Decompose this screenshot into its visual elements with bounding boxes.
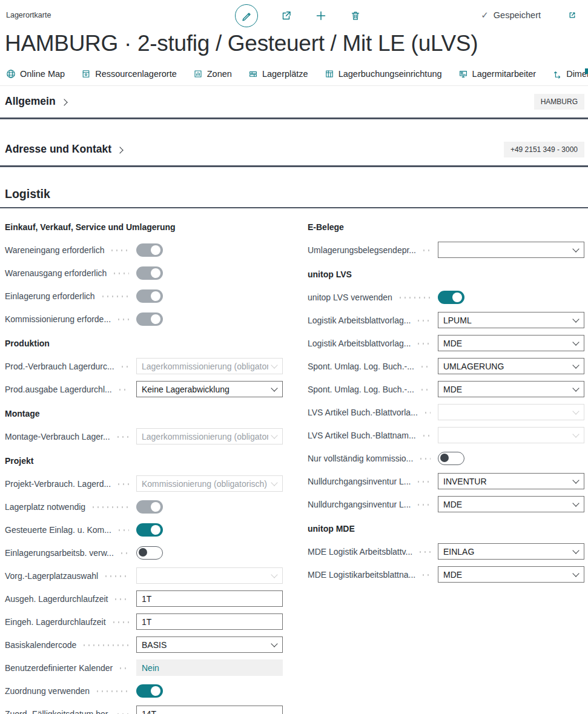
einlagerungsarbeitsb-verw-toggle[interactable] bbox=[136, 546, 163, 560]
field-control-wareneingang-erforderlich bbox=[136, 243, 283, 257]
field-label-spont-umlag-log-buch: Spont. Umlag. Log. Buch.-... bbox=[308, 362, 414, 371]
field-label-gesteuerte-einlag-u-kom: Gesteuerte Einlag. u. Kom... bbox=[5, 525, 111, 535]
field-label-projekt-verbrauch-lagerd: Projekt-Verbrauch. Lagerd... bbox=[5, 479, 111, 489]
field-control-kommissionierung-erforde bbox=[136, 312, 283, 326]
dotted-leader bbox=[116, 319, 129, 320]
field-row-nulldurchgangsinventur-l: Nulldurchgangsinventur L...INVENTUR bbox=[308, 470, 584, 493]
delete-trash-icon[interactable] bbox=[349, 10, 362, 22]
ausgeh-lagerdurchlaufzeit-input[interactable] bbox=[136, 590, 283, 607]
benutzerdefinierter-kalender-value-link[interactable]: Nein bbox=[136, 659, 283, 676]
dotted-leader bbox=[416, 504, 431, 506]
field-label-prod-ausgabe-lagerdurchl: Prod.ausgabe Lagerdurchl... bbox=[5, 385, 112, 394]
dotted-leader bbox=[421, 435, 431, 437]
section-allgemein-badge: HAMBURG bbox=[534, 94, 584, 110]
field-row-prod-ausgabe-lagerdurchl: Prod.ausgabe Lagerdurchl...Keine Lagerab… bbox=[5, 378, 283, 401]
field-row-spont-umlag-log-buch-2: Spont. Umlag. Log. Buch.-...MDE bbox=[308, 378, 584, 401]
field-label-wareneingang-erforderlich: Wareneingang erforderlich bbox=[5, 245, 104, 255]
zuordnung-verwenden-toggle[interactable] bbox=[136, 684, 163, 698]
field-label-umlagerungsbelegsendepr: Umlagerungsbelegsendepr... bbox=[308, 245, 416, 255]
section-allgemein[interactable]: Allgemein HAMBURG bbox=[5, 91, 584, 113]
menu-overflow-indicator bbox=[585, 68, 588, 74]
dotted-leader bbox=[91, 506, 129, 508]
dotted-leader bbox=[416, 343, 431, 345]
field-control-einlagerung-erforderlich bbox=[136, 289, 283, 303]
dotted-leader bbox=[398, 297, 431, 299]
field-control-unitop-lvs-verwenden bbox=[438, 291, 584, 304]
dotted-leader bbox=[418, 551, 431, 553]
nulldurchgangsinventur-l-2-select[interactable]: MDE bbox=[438, 496, 584, 512]
chevron-down-icon bbox=[572, 339, 579, 345]
group-heading-produktion: Produktion bbox=[5, 339, 283, 349]
chevron-down-icon bbox=[271, 432, 277, 438]
section-adresse-und-kontakt[interactable]: Adresse und Kontakt +49 2151 349 - 3000 bbox=[5, 139, 584, 160]
field-row-spont-umlag-log-buch: Spont. Umlag. Log. Buch.-...UMLAGERUNG bbox=[308, 355, 584, 378]
logistik-arbeitsblattvorlag-select[interactable]: LPUML bbox=[438, 312, 584, 328]
toggle-knob bbox=[151, 245, 160, 255]
select-value: Keine Lagerabwicklung bbox=[142, 385, 268, 394]
menu-item-ressourcenlagerorte[interactable]: Ressourcenlagerorte bbox=[81, 69, 177, 79]
zuord-faelligkeitsdatum-ber-input[interactable] bbox=[136, 706, 283, 714]
field-row-nur-vollstaendig-kommissio: Nur vollständig kommissio... bbox=[308, 447, 584, 470]
unitop-lvs-verwenden-toggle[interactable] bbox=[438, 291, 464, 304]
chevron-down-icon bbox=[572, 547, 579, 554]
menu-item-dimensionen[interactable]: Dimensionen bbox=[552, 69, 588, 79]
warenausgang-erforderlich-toggle bbox=[136, 266, 163, 280]
prod-ausgabe-lagerdurchl-select[interactable]: Keine Lagerabwicklung bbox=[136, 381, 283, 397]
menu-item-label: Lagerplätze bbox=[262, 69, 308, 79]
field-row-lagerplatz-notwendig: Lagerplatz notwendig bbox=[5, 495, 283, 518]
chevron-down-icon bbox=[271, 571, 277, 578]
group-heading-unitop-mde: unitop MDE bbox=[308, 524, 584, 534]
select-value: BASIS bbox=[142, 640, 268, 650]
menu-item-online-map[interactable]: Online Map bbox=[6, 69, 65, 79]
field-row-eingeh-lagerdurchlaufzeit: Eingeh. Lagerdurchlaufzeit bbox=[5, 610, 283, 633]
toggle-knob bbox=[151, 314, 160, 324]
chevron-right-icon bbox=[61, 99, 67, 105]
field-control-eingeh-lagerdurchlaufzeit bbox=[136, 613, 283, 630]
menu-item-lagerbuchungseinrichtung[interactable]: Lagerbuchungseinrichtung bbox=[325, 69, 442, 79]
dotted-leader bbox=[418, 458, 431, 460]
toggle-knob bbox=[151, 525, 160, 535]
logistik-arbeitsblattvorlag-2-select[interactable]: MDE bbox=[438, 335, 584, 351]
toggle-knob bbox=[151, 291, 160, 301]
field-control-zuordnung-verwenden bbox=[136, 684, 283, 698]
mde-logistik-arbeitsblattv-select[interactable]: EINLAG bbox=[438, 543, 584, 560]
mde-logistikarbeitsblattna-select[interactable]: MDE bbox=[438, 566, 584, 583]
toggle-knob bbox=[440, 454, 449, 462]
logistik-fields: Einkauf, Verkauf, Service und Umlagerung… bbox=[0, 208, 588, 714]
toggle-knob bbox=[151, 268, 160, 278]
group-heading-e-belege: E-Belege bbox=[308, 222, 584, 233]
open-in-new-window-icon[interactable] bbox=[567, 10, 577, 20]
field-control-spont-umlag-log-buch: UMLAGERUNG bbox=[438, 358, 584, 374]
field-label-nur-vollstaendig-kommissio: Nur vollständig kommissio... bbox=[308, 454, 413, 463]
select-value: Lagerkommissionierung (obligatori bbox=[142, 362, 268, 371]
dotted-leader bbox=[82, 644, 129, 646]
menu-item-lagermitarbeiter[interactable]: Lagermitarbeiter bbox=[458, 69, 537, 79]
gesteuerte-einlag-u-kom-toggle[interactable] bbox=[136, 523, 163, 537]
field-control-benutzerdefinierter-kalender: Nein bbox=[136, 659, 283, 676]
spont-umlag-log-buch-2-select[interactable]: MDE bbox=[438, 381, 584, 397]
spont-umlag-log-buch-select[interactable]: UMLAGERUNG bbox=[438, 358, 584, 374]
field-label-logistik-arbeitsblattvorlag-2: Logistik Arbeitsblattvorlag... bbox=[308, 339, 411, 348]
share-icon[interactable] bbox=[280, 10, 292, 22]
lagerplatz-notwendig-toggle bbox=[136, 500, 163, 514]
nulldurchgangsinventur-l-select[interactable]: INVENTUR bbox=[438, 473, 584, 489]
warehouse-posting-setup-icon bbox=[325, 69, 334, 79]
dotted-leader bbox=[423, 412, 431, 414]
save-status-label: Gespeichert bbox=[494, 10, 541, 20]
field-row-einlagerungsarbeitsb-verw: Einlagerungsarbeitsb. verw... bbox=[5, 541, 283, 564]
dotted-leader bbox=[421, 574, 431, 576]
edit-pencil-icon[interactable] bbox=[235, 4, 258, 27]
field-label-nulldurchgangsinventur-l-2: Nulldurchgangsinventur L... bbox=[308, 500, 411, 509]
group-heading-montage: Montage bbox=[5, 409, 283, 419]
chevron-down-icon bbox=[271, 479, 277, 486]
field-label-eingeh-lagerdurchlaufzeit: Eingeh. Lagerdurchlaufzeit bbox=[5, 617, 106, 627]
eingeh-lagerdurchlaufzeit-input[interactable] bbox=[136, 613, 283, 630]
add-plus-icon[interactable] bbox=[315, 10, 327, 22]
umlagerungsbelegsendepr-select[interactable] bbox=[438, 242, 584, 258]
nur-vollstaendig-kommissio-toggle[interactable] bbox=[438, 452, 464, 465]
dotted-leader bbox=[117, 389, 129, 391]
field-label-zuord-faelligkeitsdatum-ber: Zuord.-Fälligkeitsdatum ber. bbox=[5, 709, 110, 714]
menu-item-lagerplaetze[interactable]: Lagerplätze bbox=[248, 69, 308, 79]
basiskalendercode-select[interactable]: BASIS bbox=[136, 636, 283, 653]
menu-item-zonen[interactable]: Zonen bbox=[193, 69, 232, 79]
